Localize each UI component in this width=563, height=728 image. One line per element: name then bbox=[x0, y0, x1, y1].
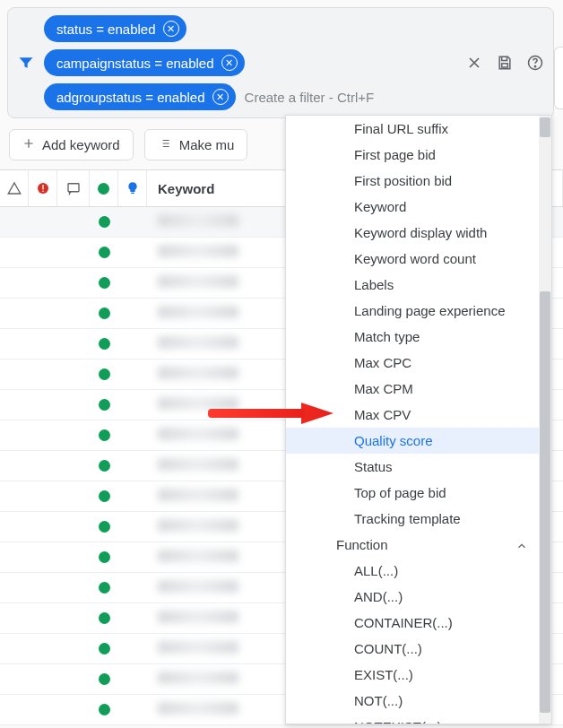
dropdown-item[interactable]: Max CPV bbox=[286, 402, 551, 428]
list-icon bbox=[158, 137, 172, 152]
dropdown-item[interactable]: Tracking template bbox=[286, 506, 551, 532]
error-column-icon[interactable] bbox=[29, 170, 57, 206]
add-keyword-button[interactable]: Add keyword bbox=[9, 129, 134, 160]
dropdown-item[interactable]: EXIST(...) bbox=[286, 662, 551, 688]
chip-label: status = enabled bbox=[56, 22, 156, 37]
chip-label: campaignstatus = enabled bbox=[56, 56, 214, 71]
filter-dropdown: Final URL suffixFirst page bidFirst posi… bbox=[285, 115, 552, 724]
chip-label: adgroupstatus = enabled bbox=[56, 90, 205, 105]
button-label: Add keyword bbox=[42, 137, 120, 152]
dropdown-item[interactable]: AND(...) bbox=[286, 584, 551, 610]
status-dot bbox=[90, 521, 118, 533]
close-icon[interactable] bbox=[465, 54, 483, 72]
dropdown-item[interactable]: Top of page bid bbox=[286, 480, 551, 506]
dropdown-item[interactable]: Max CPC bbox=[286, 350, 551, 376]
dropdown-item[interactable]: Status bbox=[286, 454, 551, 480]
dropdown-item[interactable]: Keyword bbox=[286, 194, 551, 220]
insight-column-icon[interactable] bbox=[118, 170, 147, 206]
status-dot bbox=[90, 551, 118, 563]
panel-edge bbox=[554, 47, 563, 109]
scrollbar-thumb[interactable] bbox=[540, 291, 550, 713]
filter-chip[interactable]: campaignstatus = enabled ✕ bbox=[44, 49, 245, 76]
make-multiple-button[interactable]: Make mu bbox=[144, 129, 248, 160]
close-icon[interactable]: ✕ bbox=[163, 21, 179, 37]
status-dot bbox=[90, 643, 118, 654]
dropdown-item[interactable]: Final URL suffix bbox=[286, 116, 551, 142]
dropdown-item[interactable]: CONTAINER(...) bbox=[286, 610, 551, 636]
status-dot bbox=[90, 216, 118, 228]
dropdown-item[interactable]: NOTEXIST(...) bbox=[286, 714, 551, 724]
status-dot bbox=[90, 308, 118, 319]
filter-bar-actions bbox=[465, 54, 544, 72]
dropdown-item[interactable]: NOT(...) bbox=[286, 688, 551, 714]
filter-bar: status = enabled ✕ campaignstatus = enab… bbox=[7, 7, 554, 118]
dropdown-item[interactable]: First position bid bbox=[286, 168, 551, 194]
status-dot bbox=[90, 277, 118, 289]
status-dot bbox=[90, 673, 118, 685]
dropdown-item[interactable]: Quality score bbox=[286, 428, 551, 454]
create-filter-hint[interactable]: Create a filter - Ctrl+F bbox=[245, 90, 375, 105]
save-icon[interactable] bbox=[496, 54, 514, 72]
warning-column-icon[interactable] bbox=[0, 170, 29, 206]
scrollbar-track[interactable] bbox=[539, 116, 551, 724]
dropdown-item[interactable]: Keyword word count bbox=[286, 246, 551, 272]
dropdown-item[interactable]: ALL(...) bbox=[286, 558, 551, 584]
scrollbar-thumb[interactable] bbox=[540, 117, 550, 137]
svg-rect-6 bbox=[68, 184, 79, 192]
svg-point-2 bbox=[534, 66, 535, 67]
status-dot bbox=[90, 399, 118, 411]
comment-column-icon[interactable] bbox=[57, 170, 90, 206]
svg-rect-5 bbox=[42, 191, 43, 192]
status-dot bbox=[90, 247, 118, 258]
status-dot bbox=[90, 460, 118, 472]
dropdown-list: Final URL suffixFirst page bidFirst posi… bbox=[286, 116, 551, 724]
status-dot bbox=[90, 429, 118, 441]
dropdown-group[interactable]: Function bbox=[286, 532, 551, 558]
dropdown-item[interactable]: COUNT(...) bbox=[286, 636, 551, 662]
status-dot bbox=[90, 704, 118, 715]
status-dot bbox=[90, 612, 118, 624]
filter-chip[interactable]: adgroupstatus = enabled ✕ bbox=[44, 83, 236, 110]
dropdown-item[interactable]: Landing page experience bbox=[286, 298, 551, 324]
close-icon[interactable]: ✕ bbox=[221, 55, 238, 71]
svg-rect-4 bbox=[42, 185, 43, 189]
status-dot bbox=[90, 582, 118, 594]
filter-chips: status = enabled ✕ campaignstatus = enab… bbox=[44, 15, 374, 110]
dropdown-item[interactable]: Max CPM bbox=[286, 376, 551, 402]
dropdown-item[interactable]: First page bid bbox=[286, 142, 551, 168]
dropdown-item[interactable]: Labels bbox=[286, 272, 551, 298]
button-label: Make mu bbox=[179, 137, 235, 152]
help-icon[interactable] bbox=[526, 54, 544, 72]
status-dot bbox=[90, 368, 118, 380]
group-label: Function bbox=[336, 537, 388, 552]
chevron-up-icon bbox=[515, 537, 528, 552]
close-icon[interactable]: ✕ bbox=[212, 89, 229, 105]
status-dot bbox=[90, 490, 118, 502]
filter-icon bbox=[13, 54, 39, 72]
plus-icon bbox=[22, 137, 35, 152]
status-dot bbox=[90, 338, 118, 350]
dropdown-item[interactable]: Keyword display width bbox=[286, 220, 551, 246]
status-column-icon[interactable] bbox=[90, 170, 118, 206]
svg-rect-0 bbox=[502, 64, 508, 67]
svg-rect-7 bbox=[131, 193, 134, 194]
dropdown-item[interactable]: Match type bbox=[286, 324, 551, 350]
filter-chip[interactable]: status = enabled ✕ bbox=[44, 15, 186, 42]
